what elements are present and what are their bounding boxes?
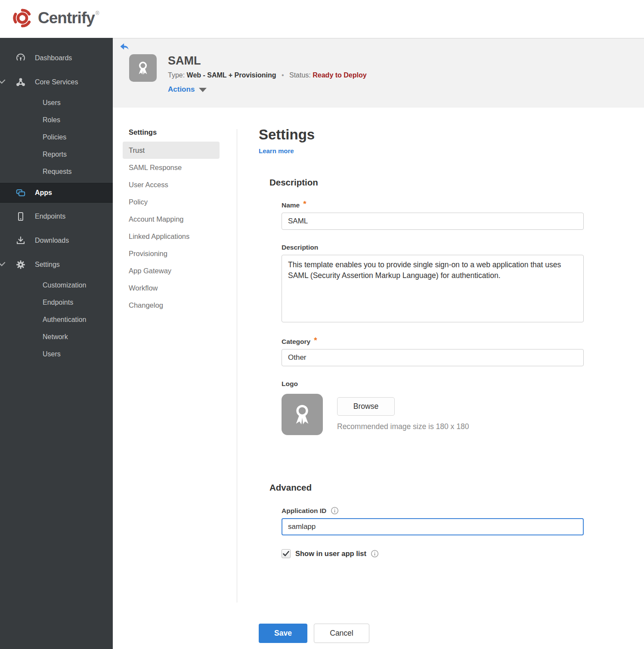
brand-name: Centrify bbox=[38, 7, 95, 29]
subnav-heading: Settings bbox=[129, 128, 237, 136]
app-title: SAML bbox=[168, 54, 367, 67]
sidebar-item-label: Apps bbox=[35, 189, 52, 197]
description-section-heading: Description bbox=[269, 177, 584, 188]
actions-label: Actions bbox=[168, 85, 195, 94]
sidebar: Dashboards Core Services Users Roles bbox=[0, 38, 113, 649]
category-input[interactable] bbox=[282, 349, 584, 366]
gear-icon bbox=[15, 260, 26, 270]
show-in-app-list-checkbox[interactable] bbox=[282, 549, 291, 558]
chevron-down-icon bbox=[0, 261, 6, 269]
browse-button[interactable]: Browse bbox=[337, 397, 395, 416]
name-label: Name * bbox=[282, 201, 584, 209]
info-icon[interactable] bbox=[371, 550, 379, 558]
application-id-input[interactable] bbox=[282, 518, 584, 535]
core-services-icon bbox=[15, 77, 26, 87]
sidebar-item-label: Settings bbox=[35, 261, 60, 269]
sidebar-item-downloads[interactable]: Downloads bbox=[0, 229, 113, 253]
app-logo bbox=[129, 54, 157, 82]
sidebar-item-policies[interactable]: Policies bbox=[0, 129, 113, 146]
actions-dropdown[interactable]: Actions bbox=[168, 85, 367, 94]
meta-separator: • bbox=[282, 71, 284, 79]
subnav-item-user-access[interactable]: User Access bbox=[129, 176, 237, 193]
subnav-item-saml-response[interactable]: SAML Response bbox=[129, 159, 237, 176]
description-textarea[interactable]: This template enables you to provide sin… bbox=[282, 255, 584, 322]
subnav-item-workflow[interactable]: Workflow bbox=[129, 279, 237, 297]
brand-trademark: ® bbox=[96, 10, 99, 16]
smartphone-icon bbox=[15, 211, 26, 222]
logo-label: Logo bbox=[282, 380, 584, 388]
app-header: SAML Type: Web - SAML + Provisioning • S… bbox=[113, 38, 644, 108]
page-title: Settings bbox=[259, 127, 584, 143]
sidebar-item-core-services[interactable]: Core Services bbox=[0, 70, 113, 94]
subnav-item-provisioning[interactable]: Provisioning bbox=[129, 245, 237, 262]
sidebar-item-dashboards[interactable]: Dashboards bbox=[0, 46, 113, 70]
name-input[interactable] bbox=[282, 213, 584, 230]
type-label: Type: bbox=[168, 71, 185, 79]
subnav-item-account-mapping[interactable]: Account Mapping bbox=[129, 210, 237, 228]
download-icon bbox=[15, 235, 26, 246]
status-value: Ready to Deploy bbox=[313, 71, 366, 79]
subnav-item-changelog[interactable]: Changelog bbox=[129, 297, 237, 314]
subnav-item-linked-applications[interactable]: Linked Applications bbox=[129, 228, 237, 245]
brand: Centrify ® bbox=[11, 7, 99, 31]
subnav-item-trust[interactable]: Trust bbox=[123, 142, 220, 159]
sidebar-item-apps[interactable]: Apps bbox=[0, 183, 113, 203]
actions-caret-icon bbox=[199, 88, 207, 92]
sidebar-item-users[interactable]: Users bbox=[0, 94, 113, 111]
required-asterisk: * bbox=[314, 336, 317, 345]
sidebar-item-endpoints-settings[interactable]: Endpoints bbox=[0, 294, 113, 311]
cancel-button[interactable]: Cancel bbox=[314, 624, 369, 643]
save-button[interactable]: Save bbox=[259, 624, 307, 643]
status-label: Status: bbox=[289, 71, 311, 79]
sidebar-item-label: Downloads bbox=[35, 237, 69, 244]
sidebar-item-label: Endpoints bbox=[35, 213, 65, 220]
app-meta: Type: Web - SAML + Provisioning • Status… bbox=[168, 71, 367, 79]
show-in-app-list-label: Show in user app list bbox=[295, 550, 366, 558]
sidebar-item-label: Core Services bbox=[35, 78, 78, 86]
subnav-item-policy[interactable]: Policy bbox=[129, 193, 237, 210]
learn-more-link[interactable]: Learn more bbox=[259, 147, 294, 155]
chevron-down-icon bbox=[0, 78, 6, 86]
description-label: Description bbox=[282, 244, 584, 251]
sidebar-item-requests[interactable]: Requests bbox=[0, 163, 113, 180]
subnav-item-app-gateway[interactable]: App Gateway bbox=[129, 262, 237, 279]
type-value: Web - SAML + Provisioning bbox=[187, 71, 276, 79]
gauge-icon bbox=[15, 53, 26, 63]
back-arrow-icon[interactable] bbox=[120, 42, 129, 53]
info-icon[interactable] bbox=[331, 507, 339, 515]
sidebar-item-users-settings[interactable]: Users bbox=[0, 346, 113, 363]
required-asterisk: * bbox=[303, 199, 306, 209]
advanced-section-heading: Advanced bbox=[269, 482, 584, 493]
sidebar-item-roles[interactable]: Roles bbox=[0, 111, 113, 129]
sidebar-item-network[interactable]: Network bbox=[0, 328, 113, 346]
sidebar-item-endpoints[interactable]: Endpoints bbox=[0, 204, 113, 229]
sidebar-item-reports[interactable]: Reports bbox=[0, 146, 113, 163]
settings-subnav: Settings Trust SAML Response User Access… bbox=[113, 108, 237, 649]
apps-icon bbox=[15, 188, 26, 198]
logo-preview bbox=[282, 394, 323, 435]
centrify-logo-icon bbox=[11, 7, 34, 31]
logo-size-hint: Recommended image size is 180 x 180 bbox=[337, 422, 469, 431]
category-label: Category * bbox=[282, 338, 584, 346]
top-bar: Centrify ® bbox=[0, 0, 644, 38]
sidebar-item-authentication[interactable]: Authentication bbox=[0, 311, 113, 328]
sidebar-item-settings[interactable]: Settings bbox=[0, 253, 113, 277]
application-id-label: Application ID bbox=[282, 507, 584, 515]
sidebar-item-label: Dashboards bbox=[35, 54, 72, 62]
sidebar-item-customization[interactable]: Customization bbox=[0, 277, 113, 294]
